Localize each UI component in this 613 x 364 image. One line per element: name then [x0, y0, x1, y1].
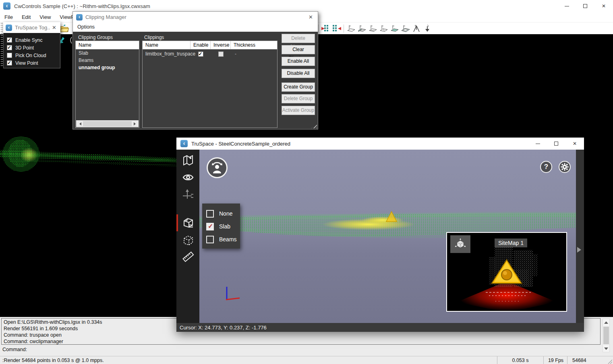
clippings-table[interactable]: Name Enable Inverse Thickness limitbox_f…	[142, 41, 278, 128]
clear-clippings-button[interactable]: Clear Clippings	[282, 45, 315, 54]
status-message: :Render 54684 points in 0.053 s @ 1.0 mp…	[0, 358, 497, 363]
inverse-checkbox[interactable]	[218, 51, 224, 57]
sitemap-home-button[interactable]	[450, 235, 470, 253]
toggle-enable-sync[interactable]: Enable Sync	[7, 36, 60, 44]
checkbox[interactable]	[206, 236, 214, 243]
help-button[interactable]: ?	[540, 161, 552, 173]
menu-edit[interactable]: Edit	[17, 14, 35, 20]
select-points-remove-button[interactable]	[331, 23, 342, 34]
delete-clipping-button[interactable]: Delete Clipping	[282, 34, 315, 43]
clipping-row-limitbox[interactable]: limitbox_from_truspace -	[143, 49, 277, 58]
dock-gripper[interactable]	[2, 23, 3, 67]
clip-plane-button-3[interactable]	[367, 23, 378, 34]
resize-grip[interactable]	[311, 123, 317, 128]
truspace-title: TruSpace - SteelConcreteSample_ordered	[191, 141, 290, 147]
groups-hscrollbar[interactable]	[76, 120, 139, 127]
truspace-left-toolbar	[176, 150, 199, 323]
checkbox[interactable]	[7, 45, 12, 50]
clip-plane-button-2[interactable]	[356, 23, 367, 34]
checkbox[interactable]	[7, 53, 12, 58]
truspace-titlebar[interactable]: ‹ TruSpace - SteelConcreteSample_ordered…	[176, 138, 584, 150]
toggles-titlebar[interactable]: ‹ TruSpace Tog... ✕	[3, 22, 60, 33]
minimize-button[interactable]	[557, 0, 576, 12]
toggle-pick-on-cloud[interactable]: Pick On Cloud	[7, 51, 60, 59]
settings-button[interactable]	[559, 161, 571, 173]
close-button[interactable]: ✕	[50, 25, 58, 31]
clippings-header-inverse[interactable]: Inverse	[211, 41, 231, 49]
clipping-manager-titlebar[interactable]: ‹ Clipping Manager ✕	[73, 12, 318, 23]
close-icon: ✕	[602, 3, 606, 9]
create-group-button[interactable]: Create Group	[282, 82, 315, 92]
enable-all-button[interactable]: Enable All	[282, 57, 315, 66]
close-button[interactable]: ✕	[307, 14, 315, 20]
sitemap-panel[interactable]: SiteMap 1	[446, 232, 567, 312]
activate-group-button[interactable]: Activate Group	[282, 106, 315, 115]
pick-down-button[interactable]	[422, 23, 433, 34]
log-line: Command: truspace open	[4, 332, 598, 338]
groups-name-header[interactable]: Name	[76, 41, 91, 49]
toggles-title: TruSpace Tog...	[15, 25, 50, 31]
close-button[interactable]: ✕	[565, 138, 584, 150]
checkbox[interactable]	[206, 223, 214, 230]
toggle-3d-point[interactable]: 3D Point	[7, 44, 60, 51]
gear-icon	[561, 163, 569, 171]
open-file-button[interactable]	[59, 23, 70, 34]
toggle-view-point[interactable]: View Point	[7, 59, 60, 67]
scroll-right-button[interactable]	[132, 120, 139, 127]
maximize-button[interactable]	[576, 0, 594, 12]
group-item-unnamed[interactable]: unnamed group	[76, 64, 139, 71]
main-titlebar: ‹ CwControls Sample (C++) : ~Rithm-withC…	[0, 0, 613, 12]
group-item-beams[interactable]: Beams	[76, 57, 139, 64]
popup-item-none[interactable]: None	[206, 207, 240, 220]
scroll-up-button[interactable]	[603, 319, 609, 325]
scroll-thumb[interactable]	[603, 327, 609, 344]
truspace-viewport[interactable]: ?	[199, 150, 576, 323]
move-tool-icon[interactable]	[182, 189, 194, 201]
menu-options[interactable]: Options	[73, 24, 99, 30]
log-vscrollbar[interactable]	[603, 319, 610, 352]
scroll-left-button[interactable]	[76, 120, 83, 127]
measure-tool-icon[interactable]	[182, 251, 194, 263]
limitbox-tool-icon[interactable]	[182, 234, 194, 247]
clipping-groups-list[interactable]: Name Slab Beams unnamed group	[75, 41, 139, 128]
panorama-view-button[interactable]	[207, 157, 228, 178]
clip-plane-button-6[interactable]	[400, 23, 411, 34]
menu-view[interactable]: View	[35, 14, 55, 20]
minimize-button[interactable]	[528, 138, 547, 150]
popup-item-slab[interactable]: Slab	[206, 220, 240, 233]
checkbox[interactable]	[206, 210, 214, 218]
delete-group-button[interactable]: Delete Group	[282, 94, 315, 103]
visibility-tool-icon[interactable]	[182, 171, 194, 183]
disable-all-button[interactable]: Disable All	[282, 69, 315, 78]
thickness-value: -	[231, 51, 277, 57]
group-item-slab[interactable]: Slab	[76, 49, 139, 57]
sitemap-tool-icon[interactable]	[182, 154, 194, 167]
checkbox[interactable]	[7, 37, 12, 43]
clippings-header-name[interactable]: Name	[143, 41, 191, 49]
clip-plane-button-5[interactable]	[389, 23, 400, 34]
select-points-add-button[interactable]	[320, 23, 331, 34]
command-prompt-label[interactable]: Command:	[2, 347, 27, 352]
resize-grip[interactable]	[607, 359, 612, 364]
close-button[interactable]: ✕	[594, 0, 613, 12]
menu-file[interactable]: File	[0, 14, 17, 20]
maximize-button[interactable]	[547, 138, 565, 150]
clip-plane-button-4[interactable]	[378, 23, 389, 34]
tripod-setup-button[interactable]	[411, 23, 422, 34]
scroll-down-button[interactable]	[603, 345, 609, 352]
clip-plane-button-1[interactable]	[346, 23, 356, 34]
clipping-manager-title: Clipping Manager	[85, 14, 307, 20]
scroll-thumb[interactable]	[83, 121, 132, 126]
clippings-header-enable[interactable]: Enable	[191, 41, 211, 49]
clipping-name: limitbox_from_truspace	[143, 51, 191, 57]
enable-checkbox[interactable]	[198, 51, 203, 57]
clippings-header-thickness[interactable]: Thickness	[231, 41, 277, 49]
clipping-tool-icon[interactable]	[182, 217, 194, 229]
expand-panel-arrow-icon[interactable]	[577, 247, 584, 253]
toggle-label: Enable Sync	[15, 37, 42, 43]
checkbox[interactable]	[7, 60, 12, 66]
dock-gripper[interactable]	[1, 23, 2, 67]
app-icon: ‹	[6, 25, 12, 31]
down-arrow-icon	[422, 24, 432, 33]
popup-item-beams[interactable]: Beams	[206, 233, 240, 246]
